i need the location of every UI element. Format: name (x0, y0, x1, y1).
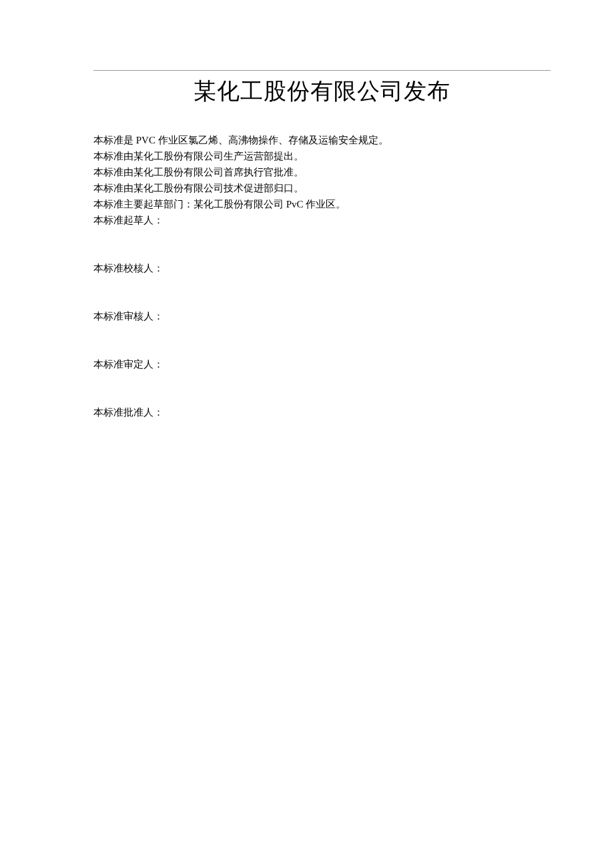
standard-drafter: 本标准起草人： (93, 212, 551, 228)
standard-proposer: 本标准由某化工股份有限公司生产运营部提出。 (93, 148, 551, 164)
standard-evaluator: 本标准审定人： (93, 356, 551, 372)
standard-drafting-dept: 本标准主要起草部门：某化工股份有限公司 PvC 作业区。 (93, 196, 551, 212)
document-page: 某化工股份有限公司发布 本标准是 PVC 作业区氯乙烯、高沸物操作、存储及运输安… (0, 0, 614, 420)
spacer (93, 228, 551, 260)
standard-department: 本标准由某化工股份有限公司技术促进部归口。 (93, 180, 551, 196)
standard-description: 本标准是 PVC 作业区氯乙烯、高沸物操作、存储及运输安全规定。 (93, 132, 551, 148)
standard-reviewer: 本标准审核人： (93, 308, 551, 324)
spacer (93, 372, 551, 404)
spacer (93, 324, 551, 356)
document-title: 某化工股份有限公司发布 (93, 76, 551, 107)
standard-approver: 本标准由某化工股份有限公司首席执行官批准。 (93, 164, 551, 180)
standard-checker: 本标准校核人： (93, 260, 551, 276)
horizontal-divider (93, 70, 551, 71)
spacer (93, 276, 551, 308)
standard-final-approver: 本标准批准人： (93, 404, 551, 420)
